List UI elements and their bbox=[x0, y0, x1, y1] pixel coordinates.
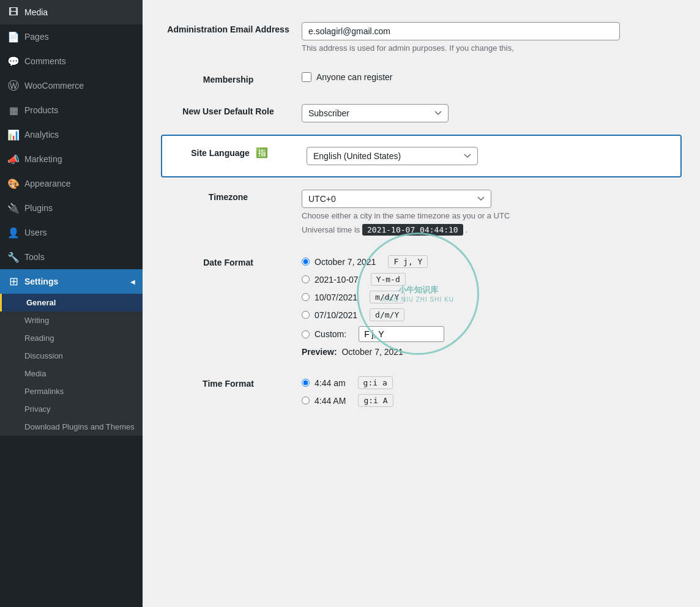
date-preview-value: October 7, 2021 bbox=[341, 347, 403, 357]
sidebar-item-label: Pages bbox=[24, 32, 49, 42]
admin-email-cell: This address is used for admin purposes.… bbox=[296, 12, 682, 62]
date-format-code-2: Y-m-d bbox=[371, 273, 406, 286]
time-format-code-1: g:i a bbox=[358, 376, 393, 389]
date-preview-label: Preview: bbox=[302, 347, 337, 357]
users-icon: 👤 bbox=[7, 226, 20, 239]
sidebar-item-marketing[interactable]: 📣 Marketing bbox=[0, 147, 143, 171]
timezone-select[interactable]: UTC+0 UTC-5 UTC+1 bbox=[302, 190, 491, 208]
sidebar-subitem-download[interactable]: Download Plugins and Themes bbox=[0, 418, 143, 436]
date-format-option-2: 2021-10-07 Y-m-d bbox=[302, 273, 676, 286]
timezone-row: Timezone UTC+0 UTC-5 UTC+1 Choose either… bbox=[161, 180, 682, 245]
timezone-label: Timezone bbox=[161, 180, 296, 245]
sidebar-item-label: Marketing bbox=[24, 154, 62, 164]
membership-row: Membership Anyone can register bbox=[161, 62, 682, 94]
settings-submenu: General Writing Reading Discussion Media… bbox=[0, 294, 143, 436]
sidebar-item-label: Products bbox=[24, 105, 58, 115]
date-format-preview: Preview: October 7, 2021 bbox=[302, 347, 676, 357]
sidebar-item-woocommerce[interactable]: Ⓦ WooCommerce bbox=[0, 73, 143, 98]
universal-time-text: Universal time is 2021-10-07 04:44:10 . bbox=[302, 224, 676, 236]
sidebar-item-tools[interactable]: 🔧 Tools bbox=[0, 245, 143, 269]
site-language-row: Site Language 🈯 English (United States) … bbox=[161, 135, 682, 177]
sidebar-item-media[interactable]: 🎞 Media bbox=[0, 0, 143, 24]
membership-checkbox-text: Anyone can register bbox=[316, 72, 393, 82]
date-format-radio-custom[interactable] bbox=[302, 330, 310, 338]
sidebar-subitem-media[interactable]: Media bbox=[0, 365, 143, 382]
date-format-radio-4[interactable] bbox=[302, 311, 310, 319]
membership-label: Membership bbox=[161, 62, 296, 94]
sidebar-item-users[interactable]: 👤 Users bbox=[0, 220, 143, 245]
membership-cell: Anyone can register bbox=[296, 62, 682, 94]
sidebar-item-analytics[interactable]: 📊 Analytics bbox=[0, 122, 143, 147]
site-language-cell: English (United States) English (UK) Spa… bbox=[297, 136, 680, 176]
appearance-icon: 🎨 bbox=[7, 177, 20, 190]
sidebar-item-comments[interactable]: 💬 Comments bbox=[0, 49, 143, 73]
time-format-code-2: g:i A bbox=[358, 394, 393, 407]
site-language-tr: Site Language 🈯 English (United States) … bbox=[162, 136, 680, 176]
date-format-radio-3[interactable] bbox=[302, 293, 310, 301]
pages-icon: 📄 bbox=[7, 31, 20, 43]
sidebar-subitem-discussion[interactable]: Discussion bbox=[0, 347, 143, 365]
products-icon: ▦ bbox=[7, 104, 20, 116]
time-format-label-1: 4:44 am bbox=[315, 378, 346, 388]
date-format-code-1: F j, Y bbox=[388, 255, 428, 268]
site-language-select[interactable]: English (United States) English (UK) Spa… bbox=[307, 147, 478, 165]
date-format-code-4: d/m/Y bbox=[370, 308, 404, 321]
date-format-radio-2[interactable] bbox=[302, 275, 310, 283]
tools-icon: 🔧 bbox=[7, 251, 20, 263]
sidebar-subitem-writing[interactable]: Writing bbox=[0, 311, 143, 329]
sidebar-item-pages[interactable]: 📄 Pages bbox=[0, 24, 143, 49]
woocommerce-icon: Ⓦ bbox=[7, 80, 20, 92]
time-format-radio-2[interactable] bbox=[302, 397, 310, 404]
sidebar-item-label: Appearance bbox=[24, 179, 71, 188]
marketing-icon: 📣 bbox=[7, 153, 20, 165]
timezone-cell: UTC+0 UTC-5 UTC+1 Choose either a city i… bbox=[296, 180, 682, 245]
admin-email-label: Administration Email Address bbox=[161, 12, 296, 62]
date-format-label-4: 07/10/2021 bbox=[315, 310, 357, 320]
plugins-icon: 🔌 bbox=[7, 202, 20, 214]
new-user-role-select[interactable]: Subscriber Contributor Author Editor Adm… bbox=[302, 104, 449, 122]
date-format-label: Date Format bbox=[161, 245, 296, 367]
date-format-label-2: 2021-10-07 bbox=[315, 275, 359, 285]
admin-email-input[interactable] bbox=[302, 22, 620, 40]
date-format-row: Date Format October 7, 2021 F j, Y 2021-… bbox=[161, 245, 682, 367]
sidebar-item-label: Settings bbox=[24, 277, 58, 286]
sidebar: 🎞 Media 📄 Pages 💬 Comments Ⓦ WooCommerce… bbox=[0, 0, 143, 607]
settings-arrow-icon: ◀ bbox=[130, 278, 135, 285]
site-language-table: Site Language 🈯 English (United States) … bbox=[162, 136, 680, 176]
settings-form: Administration Email Address This addres… bbox=[161, 12, 682, 132]
sidebar-subitem-permalinks[interactable]: Permalinks bbox=[0, 382, 143, 400]
sidebar-item-settings[interactable]: ⊞ Settings ◀ bbox=[0, 269, 143, 294]
sidebar-item-plugins[interactable]: 🔌 Plugins bbox=[0, 196, 143, 220]
membership-checkbox-label[interactable]: Anyone can register bbox=[302, 72, 676, 82]
date-format-label-custom: Custom: bbox=[315, 329, 346, 339]
sidebar-item-label: Analytics bbox=[24, 130, 59, 140]
date-format-radio-1[interactable] bbox=[302, 258, 310, 266]
site-language-label: Site Language 🈯 bbox=[162, 136, 297, 176]
timezone-help: Choose either a city in the same timezon… bbox=[302, 211, 676, 220]
time-format-option-2: 4:44 AM g:i A bbox=[302, 394, 676, 407]
comments-icon: 💬 bbox=[7, 55, 20, 67]
membership-checkbox[interactable] bbox=[302, 72, 311, 82]
time-format-label: Time Format bbox=[161, 367, 296, 422]
sidebar-subitem-reading[interactable]: Reading bbox=[0, 329, 143, 347]
new-user-role-cell: Subscriber Contributor Author Editor Adm… bbox=[296, 94, 682, 132]
media-icon: 🎞 bbox=[7, 6, 20, 18]
sidebar-item-label: WooCommerce bbox=[24, 81, 84, 91]
sidebar-item-label: Comments bbox=[24, 56, 66, 66]
universal-time-value: 2021-10-07 04:44:10 bbox=[362, 224, 463, 236]
sidebar-item-label: Tools bbox=[24, 252, 45, 262]
date-format-custom-input[interactable] bbox=[359, 326, 444, 342]
date-format-option-4: 07/10/2021 d/m/Y bbox=[302, 308, 676, 321]
sidebar-subitem-general[interactable]: General bbox=[0, 294, 143, 311]
time-format-cell: 4:44 am g:i a 4:44 AM g:i A bbox=[296, 367, 682, 422]
date-format-cell: October 7, 2021 F j, Y 2021-10-07 Y-m-d … bbox=[296, 245, 682, 367]
time-format-radio-1[interactable] bbox=[302, 379, 310, 387]
sidebar-subitem-privacy[interactable]: Privacy bbox=[0, 400, 143, 418]
sidebar-item-appearance[interactable]: 🎨 Appearance bbox=[0, 171, 143, 196]
analytics-icon: 📊 bbox=[7, 128, 20, 141]
date-format-option-3: 10/07/2021 m/d/Y bbox=[302, 291, 676, 304]
sidebar-item-label: Media bbox=[24, 7, 48, 17]
date-format-option-1: October 7, 2021 F j, Y bbox=[302, 255, 676, 268]
settings-icon: ⊞ bbox=[7, 275, 20, 288]
sidebar-item-products[interactable]: ▦ Products bbox=[0, 98, 143, 122]
